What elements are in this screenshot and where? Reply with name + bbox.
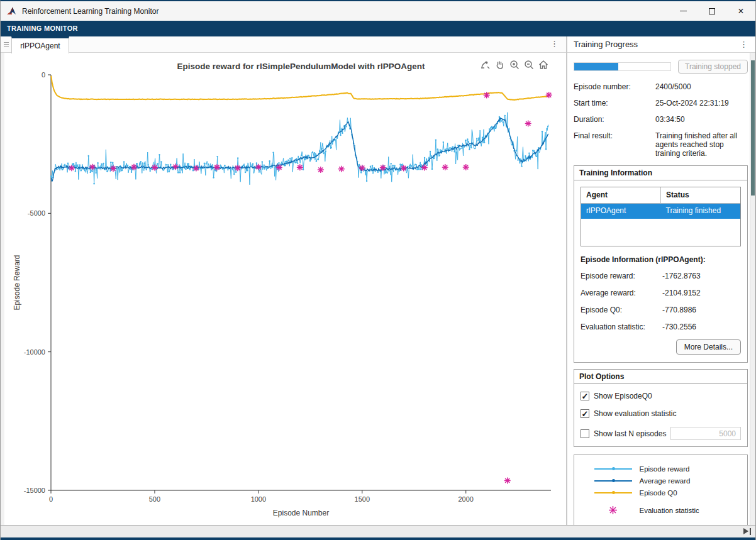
svg-text:-5000: -5000 xyxy=(28,209,45,217)
start-time-label: Start time: xyxy=(574,99,655,107)
chart-gutter xyxy=(1,53,4,525)
agent-column-header[interactable]: Agent xyxy=(581,187,660,203)
svg-text:1500: 1500 xyxy=(355,495,370,503)
expand-panel-icon[interactable] xyxy=(743,528,751,535)
ribbon-tab-training-monitor[interactable]: TRAINING MONITOR xyxy=(1,21,755,36)
average-reward-line-marker xyxy=(594,477,632,485)
zoom-out-icon[interactable] xyxy=(523,58,535,71)
window-controls: × xyxy=(669,1,755,21)
legend-label: Average reward xyxy=(640,477,691,485)
plot-options-title: Plot Options xyxy=(574,370,747,384)
status-bar xyxy=(1,525,755,537)
panel-options-ellipsis-icon[interactable]: ⋮ xyxy=(740,40,748,49)
svg-text:-15000: -15000 xyxy=(24,487,45,494)
tab-grip-handle[interactable] xyxy=(1,36,11,52)
status-cell: Training finished xyxy=(661,204,741,219)
episode-q0-value: -770.8986 xyxy=(662,306,696,314)
episode-reward-label: Episode reward: xyxy=(581,272,662,280)
show-last-n-episodes-option: Show last N episodes xyxy=(581,427,741,440)
agent-cell: rlPPOAgent xyxy=(581,204,661,219)
panel-header: Training Progress ⋮ xyxy=(567,36,755,53)
close-button[interactable]: × xyxy=(726,1,755,21)
scrollbar-thumb[interactable] xyxy=(751,60,755,196)
episode-reward-line-marker xyxy=(594,465,632,473)
episode-number-row: Episode number: 2400/5000 xyxy=(574,82,748,91)
episode-information-title: Episode Information (rlPPOAgent): xyxy=(581,255,741,264)
close-icon: × xyxy=(738,6,743,16)
panel-title: Training Progress xyxy=(574,40,638,49)
last-n-episodes-input[interactable] xyxy=(670,427,741,440)
episode-reward-chart[interactable]: 0-5000-10000-150000500100015002000Episod… xyxy=(1,53,566,525)
plot-options-group: Plot Options ✓ Show EpisodeQ0 ✓ Show eva… xyxy=(574,369,748,447)
final-result-value: Training finished after all agents reach… xyxy=(655,131,748,158)
episode-number-label: Episode number: xyxy=(574,82,655,91)
evaluation-statistic-value: -730.2556 xyxy=(662,322,696,331)
show-episodeq0-label: Show EpisodeQ0 xyxy=(594,392,652,400)
svg-text:-10000: -10000 xyxy=(24,348,45,356)
svg-text:Episode Number: Episode Number xyxy=(273,509,329,517)
duration-value: 03:34:50 xyxy=(655,115,748,124)
training-stopped-button[interactable]: Training stopped xyxy=(678,60,748,74)
show-last-n-episodes-checkbox[interactable] xyxy=(581,429,589,438)
duration-row: Duration: 03:34:50 xyxy=(574,115,748,124)
tab-rlppoagent[interactable]: rlPPOAgent xyxy=(11,36,69,53)
evaluation-statistic-asterisk-icon xyxy=(594,506,632,515)
document-area: rlPPOAgent ⋮ 0-5000-10000-15000050010001… xyxy=(1,36,566,525)
tab-strip: rlPPOAgent ⋮ xyxy=(1,36,566,53)
legend-label: Evaluation statistic xyxy=(640,507,699,514)
progress-fill xyxy=(574,63,618,70)
table-row[interactable]: rlPPOAgent Training finished xyxy=(581,204,740,219)
svg-text:Episode Reward: Episode Reward xyxy=(13,255,21,310)
more-details-button[interactable]: More Details... xyxy=(676,339,741,355)
show-episodeq0-checkbox[interactable]: ✓ xyxy=(581,392,589,400)
chart-panel[interactable]: 0-5000-10000-150000500100015002000Episod… xyxy=(1,53,566,525)
average-reward-row: Average reward: -2104.9152 xyxy=(581,289,741,297)
zoom-in-icon[interactable] xyxy=(508,58,521,71)
final-result-row: Final result: Training finished after al… xyxy=(574,131,748,158)
episode-reward-row: Episode reward: -1762.8763 xyxy=(581,272,741,280)
window-title: Reinforcement Learning Training Monitor xyxy=(22,7,669,16)
right-panel-scrollbar[interactable] xyxy=(750,53,755,525)
legend-entry-episode-reward: Episode reward xyxy=(594,463,728,475)
episode-q0-row: Episode Q0: -770.8986 xyxy=(581,306,741,314)
axes-toolbar xyxy=(479,58,550,71)
evaluation-statistic-row: Evaluation statistic: -730.2556 xyxy=(581,322,741,331)
final-result-label: Final result: xyxy=(574,131,655,158)
show-evaluation-statistic-checkbox[interactable]: ✓ xyxy=(581,409,589,418)
legend-label: Episode Q0 xyxy=(640,489,677,497)
agent-status-table: Agent Status rlPPOAgent Training finishe… xyxy=(581,187,741,246)
chart-legend: Episode reward Average reward xyxy=(574,455,748,526)
minimize-button[interactable] xyxy=(669,1,698,21)
pan-icon[interactable] xyxy=(494,58,506,71)
table-header-row: Agent Status xyxy=(581,187,740,204)
episode-q0-line-marker xyxy=(594,488,632,497)
svg-text:Episode reward for rlSimplePen: Episode reward for rlSimplePendulumModel… xyxy=(177,62,425,71)
duration-label: Duration: xyxy=(574,115,655,124)
minimize-icon xyxy=(680,11,687,11)
episode-q0-label: Episode Q0: xyxy=(581,306,662,314)
svg-text:0: 0 xyxy=(49,495,53,503)
start-time-value: 25-Oct-2024 22:31:19 xyxy=(655,99,748,107)
evaluation-statistic-label: Evaluation statistic: xyxy=(581,322,662,331)
title-bar: Reinforcement Learning Training Monitor … xyxy=(1,1,755,21)
show-episodeq0-option: ✓ Show EpisodeQ0 xyxy=(581,392,741,400)
legend-entry-average-reward: Average reward xyxy=(594,475,728,487)
home-icon[interactable] xyxy=(537,58,550,71)
show-evaluation-statistic-label: Show evaluation statistic xyxy=(594,409,676,418)
episode-number-value: 2400/5000 xyxy=(655,82,748,91)
svg-text:500: 500 xyxy=(149,495,160,503)
status-column-header[interactable]: Status xyxy=(660,187,740,203)
bottom-accent-strip xyxy=(1,537,755,540)
svg-text:2000: 2000 xyxy=(459,495,474,503)
training-information-title: Training Information xyxy=(574,166,747,180)
legend-entry-episode-q0: Episode Q0 xyxy=(594,487,728,499)
tab-options-ellipsis-icon[interactable]: ⋮ xyxy=(550,39,559,48)
average-reward-label: Average reward: xyxy=(581,289,662,297)
export-icon[interactable] xyxy=(479,58,492,71)
show-last-n-episodes-label: Show last N episodes xyxy=(594,429,666,438)
episode-reward-value: -1762.8763 xyxy=(662,272,701,280)
app-window: Reinforcement Learning Training Monitor … xyxy=(0,0,756,540)
maximize-button[interactable] xyxy=(698,1,726,21)
average-reward-value: -2104.9152 xyxy=(662,289,701,297)
maximize-icon xyxy=(709,8,715,14)
